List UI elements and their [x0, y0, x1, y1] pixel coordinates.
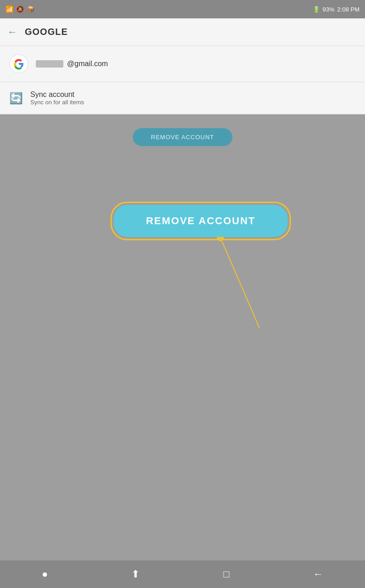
status-bar: 📶 🔕 📦 🔋 93% 2:08 PM [0, 0, 365, 18]
sync-row[interactable]: 🔄 Sync account Sync on for all items [0, 82, 365, 114]
remove-account-button-large[interactable]: REMOVE ACCOUNT [114, 205, 288, 237]
nav-dot-icon[interactable]: ● [42, 568, 48, 580]
sync-text: Sync account Sync on for all items [30, 90, 84, 106]
battery-icon: 🔋 [313, 6, 320, 13]
sync-title: Sync account [30, 90, 84, 99]
annotation-line [0, 114, 365, 574]
email-blur [36, 60, 63, 68]
nav-bar: ● ⬆ □ ← [0, 560, 365, 588]
account-email: @gmail.com [36, 60, 108, 68]
content-area: @gmail.com 🔄 Sync account Sync on for al… [0, 46, 365, 114]
email-suffix: @gmail.com [67, 60, 108, 68]
back-button[interactable]: ← [7, 26, 17, 38]
header: ← GOOGLE [0, 18, 365, 46]
battery-percentage: 93% [323, 6, 335, 13]
account-row: @gmail.com [0, 46, 365, 82]
notification-icon: 📶 [6, 6, 13, 13]
google-logo [9, 54, 28, 74]
mute-icon: 🔕 [16, 6, 24, 13]
page-title: GOOGLE [25, 27, 68, 37]
status-bar-right: 🔋 93% 2:08 PM [313, 6, 359, 13]
main-area: REMOVE ACCOUNT REMOVE ACCOUNT [0, 114, 365, 574]
nav-back-icon[interactable]: ← [313, 568, 323, 580]
dropbox-icon: 📦 [27, 6, 34, 13]
time-display: 2:08 PM [337, 6, 359, 13]
sync-subtitle: Sync on for all items [30, 99, 84, 106]
nav-menu-icon[interactable]: ⬆ [131, 568, 140, 580]
remove-account-button-large-wrapper: REMOVE ACCOUNT [111, 202, 291, 240]
status-bar-left: 📶 🔕 📦 [6, 6, 34, 13]
nav-home-icon[interactable]: □ [224, 568, 230, 580]
remove-account-button-small[interactable]: REMOVE ACCOUNT [133, 128, 233, 146]
sync-icon: 🔄 [9, 92, 23, 105]
svg-line-2 [220, 237, 259, 328]
